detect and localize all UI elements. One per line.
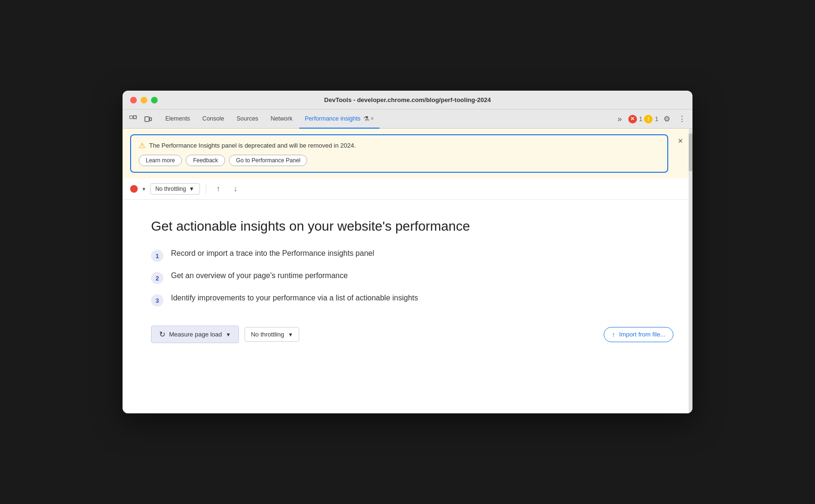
step-item-3: 3 Identify improvements to your performa… bbox=[151, 294, 673, 307]
close-button[interactable] bbox=[130, 97, 137, 103]
import-label: Import from file... bbox=[619, 331, 665, 338]
record-dropdown-chevron[interactable]: ▼ bbox=[142, 187, 146, 192]
import-from-file-button[interactable]: ↑ Import from file... bbox=[604, 327, 673, 342]
banner-message: ⚠ The Performance Insights panel is depr… bbox=[139, 141, 660, 150]
tab-right-controls: » ✕ 1 ! 1 ⚙ ⋮ bbox=[613, 112, 689, 126]
performance-insights-panel: ⚠ The Performance Insights panel is depr… bbox=[123, 129, 692, 413]
error-badge-group: ✕ 1 bbox=[628, 115, 643, 123]
error-count: 1 bbox=[639, 116, 643, 122]
main-title: Get actionable insights on your website'… bbox=[151, 219, 673, 234]
step-item-1: 1 Record or import a trace into the Perf… bbox=[151, 249, 673, 262]
step-number-3: 3 bbox=[151, 294, 163, 307]
tab-elements[interactable]: Elements bbox=[160, 110, 196, 129]
throttling-dropdown[interactable]: No throttling ▼ bbox=[150, 183, 200, 195]
bottom-throttling-dropdown[interactable]: No throttling ▼ bbox=[245, 327, 299, 342]
banner-warning-icon: ⚠ bbox=[139, 141, 145, 150]
banner-text: The Performance Insights panel is deprec… bbox=[149, 142, 356, 149]
banner-content: ⚠ The Performance Insights panel is depr… bbox=[130, 134, 668, 173]
feedback-button[interactable]: Feedback bbox=[186, 155, 225, 166]
svg-rect-0 bbox=[130, 116, 133, 119]
bottom-controls: ↻ Measure page load ▼ No throttling ▼ ↑ … bbox=[151, 326, 673, 343]
scrollbar[interactable] bbox=[689, 129, 692, 413]
warning-badge-group: ! 1 bbox=[644, 115, 658, 123]
banner-actions: Learn more Feedback Go to Performance Pa… bbox=[139, 155, 660, 166]
inspect-icon[interactable] bbox=[126, 112, 140, 126]
more-tabs-icon[interactable]: » bbox=[613, 112, 626, 126]
devtools-icons bbox=[126, 112, 155, 126]
step-text-3: Identify improvements to your performanc… bbox=[171, 294, 418, 302]
bottom-throttling-chevron: ▼ bbox=[288, 332, 293, 337]
step-item-2: 2 Get an overview of your page's runtime… bbox=[151, 271, 673, 284]
error-icon: ✕ bbox=[630, 116, 635, 122]
tab-console[interactable]: Console bbox=[197, 110, 230, 129]
step-text-2: Get an overview of your page's runtime p… bbox=[171, 271, 348, 280]
scrollbar-thumb[interactable] bbox=[689, 133, 692, 171]
window-title: DevTools - developer.chrome.com/blog/per… bbox=[324, 96, 491, 103]
titlebar: DevTools - developer.chrome.com/blog/per… bbox=[123, 91, 692, 110]
more-options-icon[interactable]: ⋮ bbox=[675, 112, 689, 126]
learn-more-button[interactable]: Learn more bbox=[139, 155, 182, 166]
deprecation-banner: ⚠ The Performance Insights panel is depr… bbox=[123, 129, 692, 178]
svg-rect-3 bbox=[150, 118, 152, 121]
error-badge: ✕ bbox=[628, 115, 637, 123]
throttling-chevron-icon: ▼ bbox=[189, 186, 195, 192]
tab-sources[interactable]: Sources bbox=[231, 110, 264, 129]
tabbar: Elements Console Sources Network Perform… bbox=[123, 110, 692, 129]
step-number-1: 1 bbox=[151, 250, 163, 262]
performance-icon[interactable]: ⚗ bbox=[363, 115, 370, 122]
reload-icon: ↻ bbox=[159, 330, 165, 339]
banner-close-button[interactable]: × bbox=[676, 134, 685, 148]
window-controls bbox=[130, 97, 158, 103]
settings-icon[interactable]: ⚙ bbox=[660, 112, 673, 126]
device-icon[interactable] bbox=[142, 112, 155, 126]
measure-label: Measure page load bbox=[169, 331, 222, 338]
svg-rect-1 bbox=[133, 116, 136, 119]
warning-badge: ! bbox=[644, 115, 653, 123]
record-button[interactable] bbox=[130, 185, 138, 193]
devtools-window: DevTools - developer.chrome.com/blog/per… bbox=[123, 91, 692, 413]
banner-close-icon: × bbox=[678, 136, 683, 146]
tab-performance-insights[interactable]: Performance insights ⚗ × bbox=[299, 110, 379, 129]
import-upload-icon: ↑ bbox=[612, 331, 615, 338]
panel-toolbar: ▼ No throttling ▼ ↑ ↓ bbox=[123, 178, 692, 200]
export-icon[interactable]: ↑ bbox=[212, 182, 225, 196]
warning-count: 1 bbox=[655, 116, 658, 122]
measure-chevron-icon: ▼ bbox=[226, 332, 231, 337]
svg-rect-2 bbox=[145, 117, 149, 121]
step-text-1: Record or import a trace into the Perfor… bbox=[171, 249, 374, 258]
close-tab-icon[interactable]: × bbox=[370, 115, 374, 122]
panel-wrapper: ⚠ The Performance Insights panel is depr… bbox=[123, 129, 692, 413]
warning-icon: ! bbox=[647, 116, 649, 122]
import-icon[interactable]: ↓ bbox=[229, 182, 242, 196]
go-to-performance-button[interactable]: Go to Performance Panel bbox=[229, 155, 307, 166]
steps-list: 1 Record or import a trace into the Perf… bbox=[151, 249, 673, 307]
minimize-button[interactable] bbox=[141, 97, 147, 103]
bottom-throttling-label: No throttling bbox=[251, 331, 284, 338]
step-number-2: 2 bbox=[151, 272, 163, 284]
main-content: Get actionable insights on your website'… bbox=[123, 200, 692, 362]
toolbar-separator bbox=[206, 184, 206, 194]
tab-network[interactable]: Network bbox=[265, 110, 298, 129]
measure-page-load-button[interactable]: ↻ Measure page load ▼ bbox=[151, 326, 239, 343]
maximize-button[interactable] bbox=[151, 97, 158, 103]
